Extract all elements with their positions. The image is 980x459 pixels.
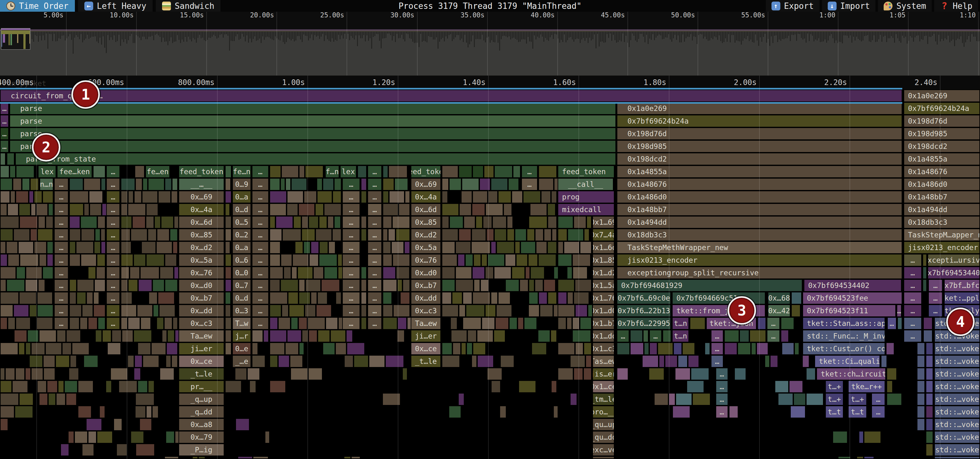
flame-cell[interactable] xyxy=(297,266,313,279)
flame-cell[interactable] xyxy=(305,165,323,178)
flame-cell[interactable] xyxy=(474,279,480,292)
flame-cell[interactable] xyxy=(237,456,253,459)
flame-cell[interactable] xyxy=(328,241,336,254)
flame-cell[interactable] xyxy=(280,279,299,292)
flame-cell[interactable] xyxy=(10,165,16,178)
flame-cell[interactable] xyxy=(128,191,134,203)
flame-cell[interactable] xyxy=(477,355,494,368)
flame-cell[interactable] xyxy=(588,304,593,317)
flame-cell[interactable] xyxy=(25,266,42,279)
flame-cell[interactable] xyxy=(47,254,53,266)
flame-cell[interactable] xyxy=(64,380,78,393)
flame-cell[interactable] xyxy=(690,368,709,380)
flame-cell[interactable] xyxy=(88,317,98,330)
flame-cell[interactable]: … xyxy=(904,279,922,292)
flame-cell[interactable] xyxy=(133,254,146,266)
flame-cell[interactable]: 0x1a48bb7 xyxy=(904,191,980,203)
flame-cell[interactable] xyxy=(580,241,592,254)
flame-cell[interactable] xyxy=(225,241,230,254)
flame-cell[interactable] xyxy=(84,203,89,216)
flame-cell[interactable]: 0x7bf6…69c0e xyxy=(617,292,671,304)
flame-cell[interactable]: tket:…pply xyxy=(944,292,980,304)
flame-cell[interactable] xyxy=(69,292,76,304)
flame-cell[interactable]: 0x7bf694534402 xyxy=(804,279,902,292)
flame-cell[interactable] xyxy=(361,317,367,330)
flame-cell[interactable]: ji…er xyxy=(178,343,224,355)
flame-cell[interactable]: parse xyxy=(10,128,616,140)
flame-cell[interactable] xyxy=(19,292,37,304)
flame-cell[interactable] xyxy=(159,368,174,380)
flame-cell[interactable] xyxy=(575,304,588,317)
flame-cell[interactable]: 0x1…ce xyxy=(592,380,614,393)
flame-cell[interactable]: … xyxy=(252,317,269,330)
flame-cell[interactable] xyxy=(442,165,458,178)
flame-cell[interactable]: … xyxy=(368,304,382,317)
flame-cell[interactable] xyxy=(508,178,519,191)
flame-cell[interactable]: 0x1a0e269 xyxy=(904,89,980,102)
flame-cell[interactable] xyxy=(72,343,89,355)
flame-cell[interactable] xyxy=(482,317,495,330)
flame-cell[interactable] xyxy=(442,279,455,292)
flame-cell[interactable]: … xyxy=(716,368,728,380)
flame-cell[interactable] xyxy=(316,304,332,317)
flame-cell[interactable] xyxy=(527,229,535,241)
flame-cell[interactable] xyxy=(69,191,89,203)
flame-cell[interactable]: … xyxy=(871,393,885,406)
flame-cell[interactable]: 0x7bf69624b24a xyxy=(617,115,902,128)
flame-cell[interactable] xyxy=(538,178,554,191)
flame-cell[interactable] xyxy=(48,203,53,216)
flame-cell[interactable] xyxy=(29,304,37,317)
flame-cell[interactable]: fee…ken xyxy=(57,165,92,178)
flame-cell[interactable]: … xyxy=(342,229,360,241)
flame-cell[interactable]: 0x…a8 xyxy=(178,418,224,431)
flame-cell[interactable] xyxy=(0,191,10,203)
flame-cell[interactable]: TaskStepM…apper_new xyxy=(904,229,980,241)
flame-cell[interactable] xyxy=(299,292,310,304)
flame-cell[interactable] xyxy=(586,216,592,229)
flame-cell[interactable]: 0x1a0e269 xyxy=(617,102,902,115)
flame-cell[interactable]: 0x…b7 xyxy=(178,292,224,304)
flame-cell[interactable]: … xyxy=(904,330,922,343)
flame-cell[interactable] xyxy=(19,254,39,266)
flame-cell[interactable] xyxy=(323,178,334,191)
flame-cell[interactable] xyxy=(472,203,485,216)
flame-cell[interactable] xyxy=(487,254,505,266)
flame-cell[interactable] xyxy=(442,304,459,317)
flame-cell[interactable]: … xyxy=(368,216,382,229)
flame-cell[interactable] xyxy=(278,317,291,330)
flame-cell[interactable] xyxy=(269,191,287,203)
flame-cell[interactable] xyxy=(511,266,525,279)
flame-cell[interactable] xyxy=(494,266,512,279)
flame-cell[interactable] xyxy=(781,343,794,355)
flame-cell[interactable] xyxy=(16,317,31,330)
flame-cell[interactable] xyxy=(528,216,547,229)
flame-cell[interactable]: … xyxy=(106,191,120,203)
flame-cell[interactable]: 0…a xyxy=(232,191,251,203)
flame-cell[interactable] xyxy=(315,229,332,241)
flame-cell[interactable] xyxy=(133,330,152,343)
flame-cell[interactable]: 0x7…4a xyxy=(592,229,614,241)
flame-cell[interactable]: 0x198d985 xyxy=(904,128,980,140)
flame-cell[interactable] xyxy=(383,266,396,279)
flame-cell[interactable] xyxy=(135,406,146,418)
flame-cell[interactable] xyxy=(806,393,824,406)
flame-cell[interactable] xyxy=(69,279,77,292)
flame-cell[interactable] xyxy=(662,330,671,343)
flame-cell[interactable] xyxy=(118,380,137,393)
flame-cell[interactable] xyxy=(530,203,547,216)
flame-cell[interactable]: 0x…4a xyxy=(178,203,224,216)
flame-cell[interactable] xyxy=(171,355,178,368)
flame-cell[interactable] xyxy=(6,153,14,165)
flame-cell[interactable]: __…__ xyxy=(178,178,224,191)
flame-cell[interactable] xyxy=(575,343,584,355)
flame-cell[interactable] xyxy=(692,393,711,406)
flame-cell[interactable] xyxy=(926,368,933,380)
flame-cell[interactable]: feed_token xyxy=(411,165,441,178)
flame-cell[interactable] xyxy=(269,266,283,279)
flame-cell[interactable] xyxy=(517,317,524,330)
flame-cell[interactable]: Ta…ew xyxy=(178,330,224,343)
flame-cell[interactable] xyxy=(535,279,543,292)
flame-cell[interactable] xyxy=(97,254,105,266)
flame-cell[interactable]: std::…voke xyxy=(934,431,980,443)
flame-cell[interactable] xyxy=(491,380,501,393)
